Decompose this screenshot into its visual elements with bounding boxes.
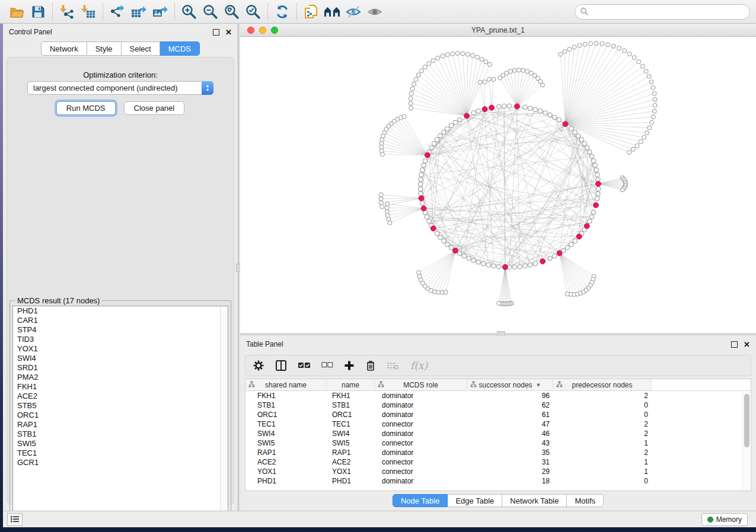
show-all-icon[interactable] [365,2,386,21]
close-panel-button[interactable]: Close panel [124,101,185,115]
hide-selected-icon[interactable] [343,2,365,21]
tab-style[interactable]: Style [87,41,122,56]
column-header-predecessor-nodes[interactable]: predecessor nodes [553,379,652,390]
table-cell: 0 [553,410,652,419]
tab-mcds[interactable]: MCDS [160,41,200,56]
toolbar-separator [296,4,297,20]
create-column-icon[interactable] [344,360,355,371]
export-network-icon[interactable] [107,2,128,21]
table-row[interactable]: ORC1ORC1dominator610 [245,410,751,419]
task-history-button[interactable] [7,513,23,526]
zoom-selected-icon[interactable] [243,2,264,21]
table-scrollbar-thumb[interactable] [744,394,749,447]
mcds-result-item[interactable]: SWI5 [13,439,228,448]
mcds-result-item[interactable]: YOX1 [13,344,228,354]
mcds-result-list[interactable]: PHD1CAR1STP4TID3YOX1SWI4SRD1PMA2FKH1ACE2… [12,306,228,518]
deselect-all-columns-icon[interactable] [321,362,333,369]
export-image-icon[interactable] [149,2,171,21]
run-mcds-button[interactable]: Run MCDS [56,101,116,115]
table-cell-filler [652,391,751,400]
mcds-result-item[interactable]: CAR1 [13,316,228,325]
mcds-result-item[interactable]: GCR1 [13,458,228,467]
search-field[interactable] [575,4,750,20]
mcds-result-item[interactable]: FKH1 [13,382,228,392]
table-cell: TEC1 [327,419,375,429]
zoom-out-icon[interactable] [200,2,221,21]
mcds-result-item[interactable]: SRD1 [13,363,228,373]
close-panel-icon[interactable]: ✕ [744,341,750,348]
zoom-in-icon[interactable] [178,2,200,21]
tab-select[interactable]: Select [122,41,160,56]
mcds-result-item[interactable]: RAP1 [13,420,228,430]
table-cell: dominator [375,448,467,457]
import-network-icon[interactable] [56,2,78,21]
open-file-icon[interactable] [6,2,27,21]
table-row[interactable]: ACE2ACE2connector311 [245,457,751,467]
tab-network-table[interactable]: Network Table [502,494,567,507]
mcds-result-item[interactable]: TEC1 [13,448,228,458]
network-graph[interactable] [240,37,756,331]
float-panel-icon[interactable] [731,341,738,348]
table-cell: 47 [467,419,553,429]
table-cell: 18 [467,476,553,486]
select-all-columns-icon[interactable] [298,361,311,370]
table-row[interactable]: TEC1TEC1connector472 [245,419,751,429]
mcds-list-scrollbar[interactable] [220,306,228,517]
table-row[interactable]: PHD1PHD1dominator180 [245,476,751,486]
hierarchy-icon [248,381,255,389]
mcds-result-item[interactable]: STB1 [13,430,228,439]
close-panel-icon[interactable]: ✕ [225,29,232,36]
import-table-icon[interactable] [78,2,99,21]
table-panel-tabs: Node TableEdge TableNetwork TableMotifs [240,494,756,507]
tab-edge-table[interactable]: Edge Table [448,494,502,507]
table-cell-filler [652,457,751,467]
table-cell-filler [652,476,751,486]
table-row[interactable]: FKH1FKH1dominator962 [245,391,751,400]
mcds-result-item[interactable]: ACE2 [13,392,228,401]
mcds-result-item[interactable]: STP4 [13,325,228,335]
save-session-icon[interactable] [27,2,49,21]
table-cell: 46 [467,429,553,438]
column-header-successor-nodes[interactable]: successor nodes▼ [467,379,553,390]
table-cell: 0 [553,476,652,486]
network-canvas[interactable] [240,37,756,331]
column-header-name[interactable]: name [327,379,375,390]
mcds-result-item[interactable]: TID3 [13,335,228,344]
export-table-icon[interactable] [128,2,149,21]
mcds-result-item[interactable]: PMA2 [13,373,228,382]
table-row[interactable]: SWI4SWI4dominator462 [245,429,751,438]
table-row[interactable]: RAP1RAP1dominator352 [245,448,751,457]
search-input[interactable] [592,8,749,16]
table-settings-gear-icon[interactable] [253,360,264,371]
table-row[interactable]: STB1STB1dominator620 [245,400,751,410]
mcds-result-item[interactable]: PHD1 [13,306,228,316]
first-neighbors-icon[interactable] [322,2,343,21]
zoom-fit-icon[interactable] [221,2,243,21]
table-row[interactable]: SWI5SWI5connector431 [245,438,751,448]
table-row[interactable]: YOX1YOX1connector291 [245,467,751,476]
table-scrollbar[interactable] [742,392,750,491]
mcds-result-item[interactable]: SWI4 [13,354,228,363]
table-cell-filler [652,419,751,429]
criterion-dropdown[interactable]: largest connected component (undirected)… [27,81,213,95]
table-cell: connector [375,457,467,467]
column-label: MCDS role [403,381,438,389]
delete-column-icon[interactable] [365,360,376,371]
tab-motifs[interactable]: Motifs [567,494,604,507]
control-panel: Control Panel ✕ NetworkStyleSelectMCDS O… [3,24,238,511]
column-header-MCDS-role[interactable]: MCDS role [375,379,467,390]
refresh-icon[interactable] [272,2,293,21]
node-table[interactable]: shared namenameMCDS rolesuccessor nodes▼… [245,379,751,491]
new-network-from-selection-icon[interactable] [301,2,322,21]
header-filler [652,379,751,390]
mcds-result-item[interactable]: STB5 [13,401,228,411]
app-body: Control Panel ✕ NetworkStyleSelectMCDS O… [3,24,756,511]
table-cell: 1 [553,467,652,476]
tab-network[interactable]: Network [41,41,87,56]
column-header-shared-name[interactable]: shared name [245,379,327,390]
tab-node-table[interactable]: Node Table [393,494,448,507]
float-panel-icon[interactable] [213,29,219,36]
show-column-panel-icon[interactable] [275,360,287,371]
memory-button[interactable]: Memory [701,513,748,526]
mcds-result-item[interactable]: ORC1 [13,411,228,420]
